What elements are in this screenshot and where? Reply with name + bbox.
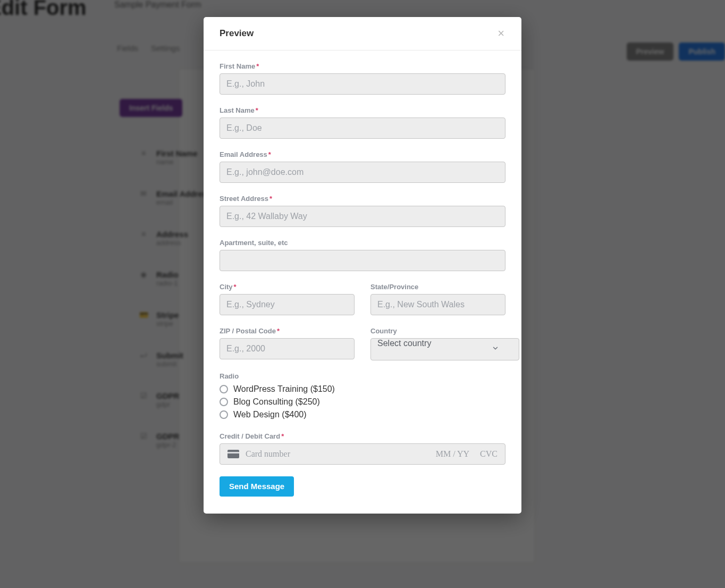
card-expiry-placeholder: MM / YY	[436, 449, 469, 459]
state-input[interactable]	[370, 294, 505, 315]
radio-option-label: WordPress Training ($150)	[233, 384, 335, 394]
modal-body: First Name* Last Name* Email Address* St…	[204, 51, 521, 497]
country-label: Country	[370, 327, 505, 335]
modal-title: Preview	[220, 28, 254, 39]
card-cvc-placeholder: CVC	[480, 449, 498, 459]
card-number-placeholder: Card number	[246, 449, 425, 459]
radio-icon	[220, 410, 228, 419]
email-input[interactable]	[220, 162, 505, 183]
radio-option-web-design[interactable]: Web Design ($400)	[220, 409, 505, 421]
state-label: State/Province	[370, 283, 505, 291]
radio-option-label: Blog Consulting ($250)	[233, 397, 320, 407]
city-input[interactable]	[220, 294, 355, 315]
apartment-input[interactable]	[220, 250, 505, 271]
radio-option-blog-consulting[interactable]: Blog Consulting ($250)	[220, 396, 505, 408]
street-address-input[interactable]	[220, 206, 505, 227]
modal-header: Preview ×	[204, 17, 521, 51]
first-name-input[interactable]	[220, 73, 505, 95]
first-name-label: First Name*	[220, 62, 505, 70]
city-label: City*	[220, 283, 355, 291]
last-name-input[interactable]	[220, 117, 505, 139]
country-select[interactable]: Select country	[370, 338, 519, 360]
send-message-button[interactable]: Send Message	[220, 476, 294, 497]
radio-option-label: Web Design ($400)	[233, 410, 307, 419]
zip-label: ZIP / Postal Code*	[220, 327, 355, 335]
modal-overlay: Preview × First Name* Last Name* Email A…	[0, 0, 725, 588]
radio-icon	[220, 398, 228, 406]
apartment-label: Apartment, suite, etc	[220, 239, 505, 247]
radio-group-label: Radio	[220, 372, 505, 380]
email-label: Email Address*	[220, 150, 505, 158]
radio-option-wordpress-training[interactable]: WordPress Training ($150)	[220, 383, 505, 395]
close-icon[interactable]: ×	[495, 27, 507, 40]
preview-modal: Preview × First Name* Last Name* Email A…	[204, 17, 521, 514]
zip-input[interactable]	[220, 338, 355, 359]
card-input[interactable]: Card number MM / YY CVC	[220, 443, 505, 465]
radio-icon	[220, 385, 228, 393]
card-label: Credit / Debit Card*	[220, 432, 505, 440]
credit-card-icon	[227, 450, 239, 458]
street-address-label: Street Address*	[220, 195, 505, 203]
last-name-label: Last Name*	[220, 106, 505, 114]
